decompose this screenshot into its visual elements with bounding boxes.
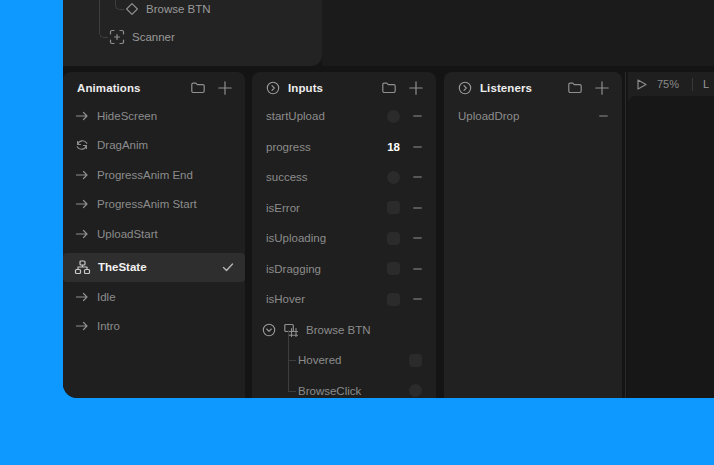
animation-item-label: Idle: [97, 291, 116, 303]
app-background: Browse BTN Scanner Animations HideScreen…: [0, 0, 714, 465]
folder-icon[interactable]: [190, 80, 206, 96]
hierarchy-item-browse-btn[interactable]: Browse BTN: [125, 1, 211, 17]
animation-item-label: TheState: [98, 261, 147, 273]
input-row[interactable]: progress18: [252, 132, 436, 163]
animations-panel: Animations HideScreenDragAnimProgressAni…: [63, 72, 245, 398]
input-row[interactable]: Hovered: [252, 345, 436, 376]
input-label: BrowseClick: [298, 385, 361, 397]
inputs-list: startUploadprogress18successisErrorisUpl…: [252, 101, 436, 398]
truncated-toolbar-label: L: [703, 78, 709, 90]
input-group-row[interactable]: Browse BTN: [252, 315, 436, 346]
boolean-checkbox[interactable]: [409, 354, 422, 367]
one-shot-arrow-icon: [74, 226, 90, 242]
plus-icon[interactable]: [408, 80, 424, 96]
tree-line: [288, 361, 296, 392]
boolean-checkbox[interactable]: [387, 293, 400, 306]
boolean-checkbox[interactable]: [387, 201, 400, 214]
animations-header: Animations: [63, 72, 245, 101]
circle-chevron-right-icon[interactable]: [458, 81, 472, 95]
input-row[interactable]: isError: [252, 193, 436, 224]
tree-line: [115, 0, 124, 10]
one-shot-arrow-icon: [74, 167, 90, 183]
inputs-panel: Inputs startUploadprogress18successisErr…: [252, 72, 436, 398]
trigger-fire-button[interactable]: [409, 384, 422, 397]
input-row[interactable]: startUpload: [252, 101, 436, 132]
canvas-area: 75% L: [628, 72, 714, 398]
hierarchy-item-scanner[interactable]: Scanner: [109, 29, 175, 45]
hierarchy-item-label: Scanner: [132, 31, 175, 43]
minus-dash[interactable]: [599, 115, 608, 117]
input-row[interactable]: isUploading: [252, 223, 436, 254]
one-shot-arrow-icon: [74, 289, 90, 305]
plus-icon[interactable]: [594, 80, 610, 96]
animation-item-label: DragAnim: [97, 139, 148, 151]
minus-dash[interactable]: [413, 146, 422, 148]
one-shot-arrow-icon: [74, 108, 90, 124]
animations-title: Animations: [77, 82, 141, 94]
boolean-checkbox[interactable]: [387, 262, 400, 275]
animation-item-label: HideScreen: [97, 110, 157, 122]
animation-item[interactable]: ProgressAnim End: [63, 160, 245, 190]
tree-line: [288, 330, 296, 361]
minus-dash[interactable]: [413, 207, 422, 209]
scanner-icon: [109, 29, 125, 45]
animation-item-label: UploadStart: [97, 228, 158, 240]
animation-item[interactable]: UploadStart: [63, 219, 245, 249]
input-label: startUpload: [266, 110, 325, 122]
animations-list: HideScreenDragAnimProgressAnim EndProgre…: [63, 101, 245, 341]
hierarchy-panel: Browse BTN Scanner: [63, 0, 322, 66]
check-icon: [221, 260, 235, 274]
folder-icon[interactable]: [381, 80, 397, 96]
one-shot-arrow-icon: [74, 318, 90, 334]
inputs-title: Inputs: [288, 82, 323, 94]
stage-canvas[interactable]: [628, 96, 714, 398]
listener-row[interactable]: UploadDrop: [444, 101, 622, 132]
input-label: isDragging: [266, 263, 321, 275]
tree-line: [99, 0, 108, 38]
animation-item[interactable]: Intro: [63, 312, 245, 342]
toolbar-divider: [692, 78, 693, 91]
input-number-value[interactable]: 18: [387, 141, 400, 153]
input-row[interactable]: BrowseClick: [252, 376, 436, 399]
minus-dash[interactable]: [413, 298, 422, 300]
state-machine-area: Animations HideScreenDragAnimProgressAni…: [63, 72, 714, 398]
state-machine-icon: [74, 259, 91, 276]
minus-dash[interactable]: [413, 237, 422, 239]
editor-window: Browse BTN Scanner Animations HideScreen…: [63, 0, 714, 398]
input-label: Hovered: [298, 354, 341, 366]
animation-item[interactable]: Idle: [63, 282, 245, 312]
animation-item[interactable]: ProgressAnim Start: [63, 190, 245, 220]
input-row[interactable]: isHover: [252, 284, 436, 315]
inputs-header: Inputs: [252, 72, 436, 101]
animation-item[interactable]: HideScreen: [63, 101, 245, 131]
boolean-checkbox[interactable]: [387, 232, 400, 245]
input-label: success: [266, 171, 308, 183]
input-row[interactable]: success: [252, 162, 436, 193]
diamond-icon: [125, 2, 139, 16]
zoom-level[interactable]: 75%: [657, 78, 679, 90]
input-label: isError: [266, 202, 300, 214]
animation-item-label: ProgressAnim Start: [97, 198, 197, 210]
minus-dash[interactable]: [413, 268, 422, 270]
input-row[interactable]: isDragging: [252, 254, 436, 285]
panel-resize-handle[interactable]: [625, 72, 626, 398]
animation-item[interactable]: TheState: [63, 253, 245, 283]
listeners-panel: Listeners UploadDrop: [444, 72, 622, 398]
animation-item-label: ProgressAnim End: [97, 169, 193, 181]
trigger-fire-button[interactable]: [387, 171, 400, 184]
folder-icon[interactable]: [567, 80, 583, 96]
hierarchy-item-label: Browse BTN: [146, 3, 211, 15]
circle-chevron-down-icon[interactable]: [262, 323, 276, 337]
minus-dash[interactable]: [413, 176, 422, 178]
trigger-fire-button[interactable]: [387, 110, 400, 123]
play-icon[interactable]: [635, 78, 648, 91]
input-label: isHover: [266, 293, 305, 305]
animation-item[interactable]: DragAnim: [63, 131, 245, 161]
listener-label: UploadDrop: [458, 110, 519, 122]
input-label: isUploading: [266, 232, 326, 244]
circle-chevron-right-icon[interactable]: [266, 81, 280, 95]
plus-icon[interactable]: [217, 80, 233, 96]
minus-dash[interactable]: [413, 115, 422, 117]
listeners-list: UploadDrop: [444, 101, 622, 132]
listeners-header: Listeners: [444, 72, 622, 101]
